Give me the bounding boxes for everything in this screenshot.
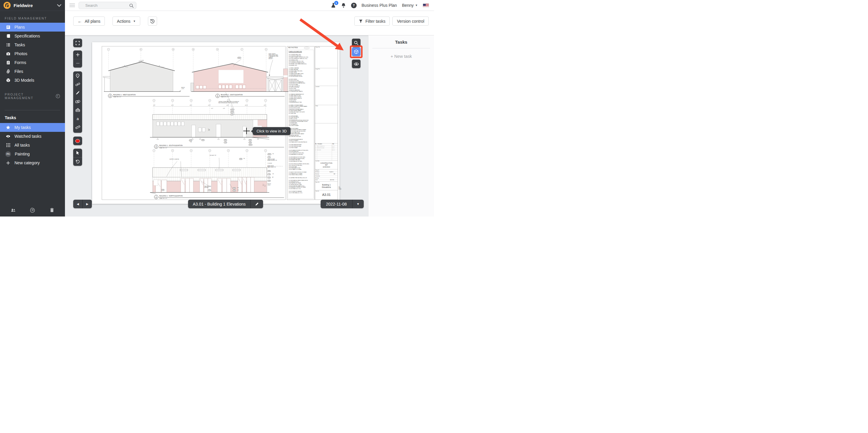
keynote-suffix: TYP: [237, 188, 239, 189]
bell-button[interactable]: [341, 3, 346, 8]
tasks-panel-divider: [372, 48, 430, 48]
sidebar-item-label: New category: [14, 161, 40, 165]
east-elevation-title: BUILDING 1 - EAST ELEVATION: [221, 94, 243, 96]
keynote-tag: 3.06: [161, 189, 164, 191]
grid-bubbles-east: ABCD: [192, 48, 268, 51]
sidebar-item-new-category[interactable]: New category: [0, 158, 65, 167]
toolbox-button[interactable]: [73, 106, 82, 114]
tb-stamp-label: Stamp:: [316, 106, 318, 106]
help-button[interactable]: ?: [351, 3, 356, 8]
sidebar-item-files[interactable]: Files: [0, 67, 65, 76]
svg-text:?: ?: [57, 95, 59, 98]
pin-tool-button[interactable]: [73, 71, 82, 80]
keynote-tag: 26.02: [237, 57, 241, 59]
labs-button[interactable]: 1: [331, 3, 336, 8]
sidebar-item-all-tasks[interactable]: All tasks: [0, 141, 65, 149]
search-plan-button[interactable]: [352, 39, 361, 47]
notification-count-badge: 1: [334, 1, 338, 5]
hamburger-menu-icon[interactable]: [69, 3, 75, 8]
version-date-pill: 2022-11-08 ▼: [321, 200, 364, 208]
text-tool-button[interactable]: a: [73, 114, 82, 123]
sidebar-item-watched-tasks[interactable]: Watched tasks: [0, 132, 65, 141]
chevron-down-icon: ▼: [133, 20, 136, 23]
search-box: [79, 2, 136, 9]
user-menu[interactable]: Benny▼: [402, 3, 418, 8]
history-button[interactable]: [148, 16, 157, 26]
sidebar-item-label: All tasks: [14, 143, 30, 147]
support-note: SUPPORT LOCATIONS: [169, 159, 179, 160]
record-button[interactable]: [73, 137, 82, 145]
gear-icon[interactable]: [30, 208, 35, 212]
sidebar-item-specifications[interactable]: Specifications: [0, 32, 65, 40]
keynote-tag: 8.06: [239, 158, 242, 160]
sidebar-item-3d-models[interactable]: 3D Models: [0, 76, 65, 85]
plan-canvas[interactable]: CBA ABCD 1234567 7654321 12 2 12 2 MUR F…: [65, 35, 368, 216]
fullscreen-button[interactable]: [73, 39, 82, 47]
dimension-string: ±3'-8"±16'-4"±18'-0"±10'-9"±10'-9"±20'-1…: [153, 105, 266, 106]
sidebar-item-photos[interactable]: Photos: [0, 49, 65, 58]
keynote-tag: 32.07: [249, 144, 252, 146]
star-icon: [6, 125, 11, 130]
west-elevation-scale: SCALE: 1/8" = 1'-0": [113, 97, 121, 98]
clipboard-icon: [6, 60, 11, 65]
sidebar-item-my-tasks[interactable]: My tasks: [0, 123, 65, 132]
link-tool-button[interactable]: [73, 80, 82, 89]
sidebar-item-category-painting[interactable]: PA Painting: [0, 149, 65, 158]
tasks-section-heading: Tasks: [0, 110, 65, 123]
plan-sheet[interactable]: CBA ABCD 1234567 7654321 12 2 12 2 MUR F…: [92, 42, 340, 204]
pen-tool-button[interactable]: [73, 89, 82, 97]
sidebar-item-tasks[interactable]: Tasks: [0, 40, 65, 49]
view-3d-button[interactable]: [352, 47, 361, 56]
north-elevation-title: BUILDING 1 - NORTH ELEVATION: [159, 195, 183, 197]
version-control-button[interactable]: Version control: [392, 16, 429, 26]
tb-rev-desc-header: Description: [318, 144, 322, 144]
zoom-in-button[interactable]: [73, 51, 82, 59]
all-plans-button[interactable]: ←All plans: [73, 16, 105, 26]
zoom-out-button[interactable]: [73, 59, 82, 68]
tb-field-value: AS NOTED: [330, 179, 334, 180]
new-task-button[interactable]: + New task: [368, 54, 434, 59]
tb-sheet-title: Building 1 Elevations: [315, 184, 338, 189]
brand-name: Fieldwire: [13, 3, 33, 8]
chevron-down-icon: [57, 4, 61, 7]
select-tool-button[interactable]: [73, 149, 82, 157]
roof-slope-note: 2: [163, 67, 164, 68]
svg-text:a: a: [76, 116, 79, 121]
shapes-tool-button[interactable]: [73, 97, 82, 106]
workspace-switcher[interactable]: Fieldwire: [0, 0, 65, 11]
sidebar-item-plans[interactable]: Plans: [0, 23, 65, 32]
visibility-button[interactable]: [352, 60, 361, 68]
undo-button[interactable]: [73, 158, 82, 166]
filter-tasks-button[interactable]: Filter tasks: [354, 16, 390, 26]
keynotes-title: KEYNOTES: [288, 46, 298, 49]
actions-button[interactable]: Actions▼: [113, 16, 140, 26]
dimension: 21'-6": [265, 185, 266, 187]
tb-consultant-label: Consultant:: [316, 87, 320, 87]
measure-tool-button[interactable]: [73, 123, 82, 131]
edit-plan-name-button[interactable]: [251, 202, 263, 206]
keynote-suffix: TYP: [272, 154, 274, 155]
south-elevation-scale: SCALE: 1/8" = 1'-0": [159, 148, 167, 149]
help-icon[interactable]: ?: [56, 94, 60, 99]
grid-dots-icon: [6, 143, 11, 147]
people-icon[interactable]: [11, 208, 16, 212]
north-elevation-scale: SCALE: 1/8" = 1'-0": [159, 198, 167, 199]
tb-issue-label: Issue Note:: [316, 161, 320, 162]
elevation-ref-bubble: 4A3.01: [108, 94, 112, 98]
keynote-tag: 5.05: [268, 180, 271, 182]
task-list-icon: [6, 42, 11, 47]
sidebar-item-forms[interactable]: Forms: [0, 58, 65, 67]
trash-icon[interactable]: [49, 208, 54, 212]
next-sheet-button[interactable]: ▶: [83, 200, 92, 208]
keynote-tag: 8.01: [224, 139, 227, 141]
language-flag-us[interactable]: [423, 4, 429, 7]
fieldwire-app: Fieldwire FIELD MANAGEMENT Plans Specifi…: [0, 0, 434, 216]
tb-issue-date: 10/30/2014: [315, 166, 338, 168]
previous-sheet-button[interactable]: ◀: [73, 200, 82, 208]
version-dropdown-button[interactable]: ▼: [352, 202, 364, 206]
tb-sheet-no: A3.01: [315, 193, 338, 197]
project-management-label: PROJECT MANAGEMENT ?: [0, 87, 65, 102]
search-input[interactable]: [79, 2, 136, 9]
keynotes-section-title: PLANS & ELEVATIONS: [289, 51, 302, 53]
roof-slope-note: 12: [124, 65, 125, 67]
